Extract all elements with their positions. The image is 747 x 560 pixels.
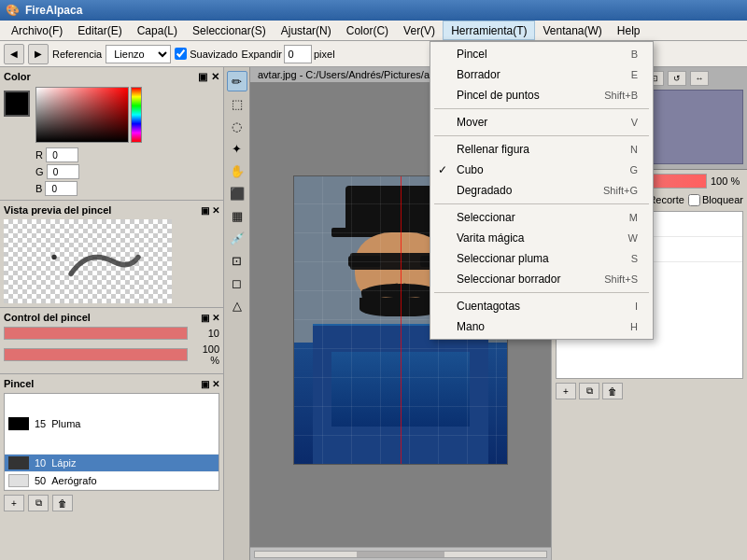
separator-4 (434, 292, 649, 293)
menu-herramienta[interactable]: Herramienta(T) (443, 21, 535, 40)
color-panel-content: R G B (4, 87, 219, 196)
brush-item-lapiz[interactable]: 10 Lápiz (5, 455, 218, 472)
brush-panel-title: Pincel ▣ ✕ (4, 378, 219, 389)
menu-archivo[interactable]: Archivo(F) (4, 21, 70, 40)
tool-magic[interactable]: ✦ (227, 138, 247, 159)
brush-delete-btn[interactable]: 🗑 (52, 495, 73, 511)
check-cubo: ✓ (438, 163, 447, 176)
color-panel-minimize[interactable]: ▣ (198, 71, 207, 83)
brush-panel-bottom: + ⧉ 🗑 (4, 495, 219, 511)
brush-list: 15 Pluma 10 Lápiz 50 Aerógrafo (4, 393, 219, 491)
canvas-scrollbar-h[interactable] (250, 547, 551, 560)
brush-control-expand[interactable]: ▣ (201, 313, 209, 323)
brush-control-close[interactable]: ✕ (212, 313, 219, 323)
nav-flip[interactable]: ↔ (690, 71, 709, 86)
menu-sel-borrador[interactable]: Seleccionar borrador Shift+S (430, 269, 653, 289)
tool-eyedropper[interactable]: 💉 (227, 228, 247, 248)
layer-new-btn[interactable]: + (556, 383, 576, 399)
tool-pen[interactable]: ✏ (227, 71, 247, 91)
brush-control-panel: Control del pincel ▣ ✕ 10 100 % (0, 308, 223, 374)
menu-seleccionar[interactable]: Seleccionar M (430, 207, 653, 228)
expand-label: Expandir pixel (242, 45, 335, 63)
separator-2 (434, 135, 649, 136)
color-panel: Color ▣ ✕ R (0, 67, 223, 201)
prev-button[interactable]: ◀ (4, 44, 24, 64)
layer-delete-btn[interactable]: 🗑 (602, 383, 623, 399)
brush-preview-close[interactable]: ✕ (212, 205, 219, 216)
next-button[interactable]: ▶ (28, 44, 49, 64)
menu-seleccionar[interactable]: Seleccionar(S) (185, 21, 274, 40)
brush-preview-expand[interactable]: ▣ (201, 205, 209, 216)
g-input[interactable] (47, 164, 79, 179)
menu-cuentagotas[interactable]: Cuentagotas I (430, 296, 653, 316)
brush-preview-area (4, 219, 172, 303)
menu-ajustar[interactable]: Ajustar(N) (274, 21, 339, 40)
r-input[interactable] (46, 147, 78, 162)
color-panel-close[interactable]: ✕ (211, 71, 219, 83)
tool-gradient[interactable]: ▦ (227, 205, 247, 226)
brush-item-aerografo[interactable]: 50 Aerógrafo (5, 472, 218, 490)
tool-shape[interactable]: △ (227, 295, 247, 315)
menu-ventana[interactable]: Ventana(W) (535, 21, 609, 40)
menu-ver[interactable]: Ver(V) (396, 21, 443, 40)
expand-input[interactable] (284, 45, 312, 63)
brush-preview-title: Vista previa del pincel ▣ ✕ (4, 204, 219, 216)
brush-item-pluma[interactable]: 15 Pluma (5, 394, 218, 455)
menu-rellenar[interactable]: Rellenar figura N (430, 139, 653, 160)
b-input[interactable] (45, 181, 78, 196)
tool-crop[interactable]: ⊡ (227, 250, 247, 271)
rgb-inputs: R G B (35, 147, 219, 196)
size-slider[interactable] (4, 327, 188, 340)
menu-varita[interactable]: Varita mágica W (430, 228, 653, 248)
opacity-control-row: 100 % (4, 343, 219, 366)
menu-degradado[interactable]: Degradado Shift+G (430, 180, 653, 201)
nav-rotate[interactable]: ↺ (668, 71, 686, 86)
brush-swatch-lapiz (8, 456, 29, 469)
menu-borrador[interactable]: Borrador E (430, 64, 653, 85)
tool-hand[interactable]: ✋ (227, 161, 247, 181)
color-gradient[interactable] (35, 87, 129, 143)
brush-panel-expand[interactable]: ▣ (201, 379, 209, 389)
menu-bar: Archivo(F) Editar(E) Capa(L) Seleccionar… (0, 21, 747, 41)
smooth-checkbox[interactable] (175, 48, 187, 60)
menu-mover[interactable]: Mover V (430, 112, 653, 133)
tool-fill[interactable]: ⬛ (227, 183, 247, 203)
menu-pincel[interactable]: Pincel B (430, 44, 653, 64)
reference-label: Referencia (52, 49, 102, 60)
menu-mano[interactable]: Mano H (430, 316, 653, 337)
menu-color[interactable]: Color(C) (339, 21, 396, 40)
brush-control-title: Control del pincel ▣ ✕ (4, 312, 219, 323)
canvas-select[interactable]: Lienzo (106, 45, 171, 63)
tool-lasso[interactable]: ◌ (227, 116, 247, 136)
brush-preview-panel: Vista previa del pincel ▣ ✕ (0, 201, 223, 308)
color-panel-title: Color ▣ ✕ (4, 71, 219, 83)
separator-3 (434, 203, 649, 204)
menu-capa[interactable]: Capa(L) (130, 21, 185, 40)
canvas-preview (643, 90, 743, 164)
brush-list-panel: Pincel ▣ ✕ 15 Pluma 10 Lápiz (0, 374, 223, 560)
layer-duplicate-btn[interactable]: ⧉ (579, 383, 599, 399)
menu-editar[interactable]: Editar(E) (70, 21, 129, 40)
brush-panel-close[interactable]: ✕ (212, 379, 219, 389)
brush-new-btn[interactable]: + (4, 495, 24, 511)
title-bar: 🎨 FireAlpaca (0, 0, 747, 21)
brush-stroke-svg (4, 219, 172, 303)
menu-cubo[interactable]: ✓ Cubo G (430, 160, 653, 180)
block-checkbox[interactable] (688, 194, 700, 206)
svg-point-0 (51, 255, 56, 259)
menu-help[interactable]: Help (610, 21, 648, 40)
brush-swatch-pluma (8, 417, 29, 430)
brush-swatch-aerografo (8, 474, 29, 487)
tool-eraser[interactable]: ◻ (227, 273, 247, 293)
tool-selection[interactable]: ⬚ (227, 93, 247, 114)
tool-sidebar: ✏ ⬚ ◌ ✦ ✋ ⬛ ▦ 💉 ⊡ ◻ △ (224, 67, 250, 560)
opacity-slider[interactable] (4, 348, 188, 361)
block-checkbox-label: Bloquear (688, 194, 743, 206)
brush-duplicate-btn[interactable]: ⧉ (28, 495, 49, 511)
color-hue-bar[interactable] (131, 87, 142, 143)
brush-scrollbar[interactable] (202, 396, 215, 452)
menu-sel-pluma[interactable]: Seleccionar pluma S (430, 248, 653, 269)
menu-pincel-puntos[interactable]: Pincel de puntos Shift+B (430, 85, 653, 105)
opacity-value: 100 % (191, 343, 219, 366)
color-swatch[interactable] (4, 91, 30, 117)
